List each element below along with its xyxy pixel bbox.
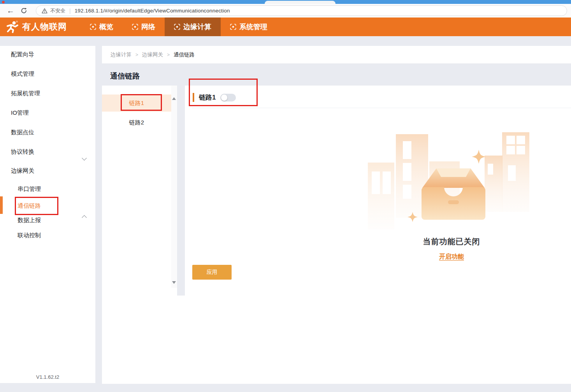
nav-label: 概览 [99,22,113,32]
notification-dot-icon [2,1,5,4]
brand-logo: 有人物联网 [6,21,81,33]
empty-state-title: 当前功能已关闭 [374,236,529,247]
breadcrumb-edge-gateway[interactable]: 边缘网关 [142,51,163,58]
chevron-up-icon [82,215,87,220]
nav-item-system-management[interactable]: 系统管理 [221,18,277,36]
breadcrumb-separator: > [167,52,170,58]
app-navbar: 有人物联网 概览 网络 [0,18,571,36]
back-button[interactable]: ← [4,4,17,18]
nav-label: 边缘计算 [183,22,211,32]
section-title: 链路1 [199,93,216,102]
scan-frame-icon [132,24,138,30]
sidebar-item-data-points[interactable]: 数据点位 [11,128,34,136]
section-accent-bar [193,93,194,102]
usr-person-logo-icon [6,21,19,33]
sidebar-item-communication-link[interactable]: 通信链路 [18,201,41,210]
security-label: 不安全 [50,7,65,14]
brand-title: 有人物联网 [22,21,67,33]
scan-frame-icon [230,24,236,30]
sidebar-item-serial-management[interactable]: 串口管理 [18,185,41,193]
section-divider [192,108,571,108]
nav-item-overview[interactable]: 概览 [81,18,123,36]
scan-frame-icon [90,24,96,30]
apply-button[interactable]: 应用 [192,265,232,280]
browser-titlebar [0,0,571,4]
nav-label: 系统管理 [239,22,267,32]
sidebar-item-config-wizard[interactable]: 配置向导 [11,50,34,59]
browser-tab[interactable] [265,1,336,4]
link-tab-2[interactable]: 链路2 [102,114,171,131]
sidebar-item-mode-management[interactable]: 模式管理 [11,70,34,78]
sidebar-item-io-management[interactable]: IO管理 [11,108,29,117]
page-title: 通信链路 [110,71,140,81]
toggle-knob [221,94,227,101]
scan-frame-icon [174,24,180,30]
list-scrollbar[interactable] [171,86,177,288]
security-warning-icon[interactable] [42,8,47,14]
breadcrumb: 边缘计算 > 边缘网关 > 通信链路 [102,46,571,63]
refresh-button[interactable] [17,7,30,14]
sidebar-item-data-reporting[interactable]: 数据上报 [18,216,41,224]
chevron-down-icon [82,156,87,161]
sidebar: 配置向导 模式管理 拓展机管理 IO管理 数据点位 协议转换 边缘网关 串口管理… [0,46,95,383]
active-item-indicator [0,196,3,214]
scroll-down-icon[interactable] [172,281,176,284]
empty-state-illustration [368,130,531,231]
enable-function-link[interactable]: 开启功能 [439,253,464,260]
nav-label: 网络 [141,22,155,32]
link-enable-toggle[interactable] [220,94,236,102]
section-header: 链路1 [193,93,236,102]
nav-item-network[interactable]: 网络 [123,18,165,36]
refresh-icon [21,7,27,14]
panel-gutter [177,86,185,296]
firmware-version: V1.1.62.t2 [0,374,95,380]
address-separator: | [69,8,71,14]
url-text: 192.168.1.1/#/origin/defaultEdge/ViewCom… [75,8,230,14]
breadcrumb-edge-computing[interactable]: 边缘计算 [111,51,132,58]
breadcrumb-separator: > [135,52,138,58]
content-card: 链路1 链路2 链路1 [102,86,571,384]
main-nav: 概览 网络 边缘计算 系统管 [81,18,277,36]
link-tab-1[interactable]: 链路1 [102,94,171,112]
address-bar[interactable]: 不安全 | 192.168.1.1/#/origin/defaultEdge/V… [36,5,567,16]
sidebar-item-protocol-conversion[interactable]: 协议转换 [11,147,34,156]
nav-item-edge-computing[interactable]: 边缘计算 [165,18,221,36]
sidebar-item-linkage-control[interactable]: 联动控制 [18,231,41,240]
scroll-up-icon[interactable] [172,97,176,100]
screen: ← 不安全 | 192.168.1.1/#/origin/defaultEdge… [0,0,571,392]
browser-toolbar: ← 不安全 | 192.168.1.1/#/origin/defaultEdge… [0,4,571,18]
sidebar-item-extension-management[interactable]: 拓展机管理 [11,89,40,98]
breadcrumb-current-page: 通信链路 [174,51,195,58]
sidebar-item-edge-gateway[interactable]: 边缘网关 [11,166,34,175]
